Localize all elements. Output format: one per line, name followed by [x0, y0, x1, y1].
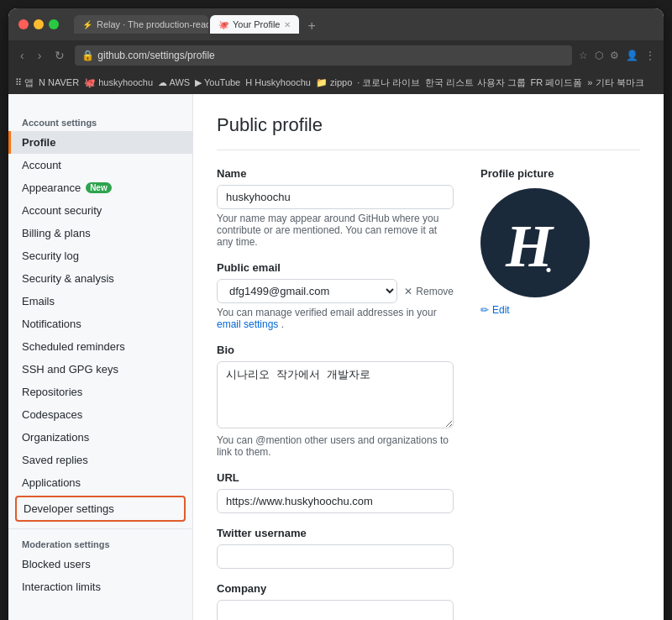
bookmark-korea[interactable]: 한국 리스트 사용자 그룹	[425, 76, 525, 89]
avatar-container: H .	[480, 188, 590, 297]
bookmark-huskyhoochu2[interactable]: H Huskyhoochu	[245, 77, 311, 87]
bookmark-huskyhoochu[interactable]: 🐙 huskyhoochu	[84, 77, 153, 88]
twitter-input[interactable]	[217, 544, 454, 569]
bio-input[interactable]: 시나리오 작가에서 개발자로	[217, 361, 454, 428]
sidebar-item-blocked-users[interactable]: Blocked users	[8, 553, 192, 575]
bio-hint: You can @mention other users and organiz…	[217, 434, 454, 458]
email-row: dfg1499@gmail.com ✕ Remove	[217, 279, 454, 303]
sidebar-item-appearance[interactable]: Appearance New	[8, 176, 192, 199]
sidebar-divider	[8, 528, 192, 529]
sidebar-item-profile[interactable]: Profile	[8, 131, 192, 154]
bookmark-corona[interactable]: · 코로나 라이브	[357, 76, 420, 89]
x-icon: ✕	[404, 286, 412, 297]
sidebar-item-organizations[interactable]: Organizations	[8, 426, 192, 449]
url-label: URL	[217, 471, 454, 484]
twitter-label: Twitter username	[217, 527, 454, 539]
settings-icon[interactable]: ⚙	[610, 50, 619, 61]
profile-icon[interactable]: 👤	[626, 50, 638, 61]
star-icon[interactable]: ☆	[579, 50, 588, 61]
email-group: Public email dfg1499@gmail.com ✕ Remove	[217, 261, 454, 330]
bookmark-apps[interactable]: ⠿ 앱	[15, 76, 34, 89]
page-title: Public profile	[217, 114, 640, 150]
sidebar-item-account-security[interactable]: Account security	[8, 199, 192, 222]
company-input[interactable]	[217, 600, 454, 620]
traffic-lights	[18, 19, 59, 29]
sidebar-section-moderation: Moderation settings	[8, 536, 192, 553]
menu-icon[interactable]: ⋮	[645, 50, 655, 61]
email-settings-link[interactable]: email settings	[217, 318, 278, 330]
bookmark-fr[interactable]: FR 페이드폼	[531, 76, 583, 89]
url-group: URL	[217, 471, 454, 513]
email-label: Public email	[217, 261, 454, 274]
minimize-dot[interactable]	[34, 19, 44, 29]
sidebar-item-applications[interactable]: Applications	[8, 471, 192, 494]
tab-relay[interactable]: ⚡ Relay · The production-ready ... ✕	[74, 15, 208, 34]
address-icons: ☆ ⬡ ⚙ 👤 ⋮	[579, 50, 655, 61]
bookmark-youtube[interactable]: ▶ YouTube	[195, 77, 240, 88]
main-content: Public profile Name Your name may appear…	[193, 94, 664, 620]
email-select[interactable]: dfg1499@gmail.com	[217, 279, 397, 303]
sidebar-item-interaction-limits[interactable]: Interaction limits	[8, 575, 192, 598]
company-group: Company You can @mention your company's …	[217, 582, 454, 620]
name-input[interactable]	[217, 185, 454, 209]
sidebar-item-notifications[interactable]: Notifications	[8, 313, 192, 335]
reload-button[interactable]: ↻	[51, 47, 68, 64]
bookmarks-bar: ⠿ 앱 N NAVER 🐙 huskyhoochu ☁ AWS ▶ YouTub…	[8, 71, 664, 94]
sidebar-item-security-analysis[interactable]: Security & analysis	[8, 267, 192, 290]
pencil-icon: ✏	[480, 304, 489, 316]
url-bar[interactable]: 🔒 github.com/settings/profile	[75, 45, 572, 66]
sidebar-item-account[interactable]: Account	[8, 154, 192, 176]
company-label: Company	[217, 582, 454, 595]
new-tab-button[interactable]: +	[301, 18, 322, 34]
bio-group: Bio 시나리오 작가에서 개발자로 You can @mention othe…	[217, 344, 454, 458]
twitter-group: Twitter username	[217, 527, 454, 569]
svg-text:.: .	[545, 248, 552, 278]
address-bar: ‹ › ↻ 🔒 github.com/settings/profile ☆ ⬡ …	[8, 40, 664, 71]
remove-email-button[interactable]: ✕ Remove	[404, 286, 454, 297]
sidebar-item-saved-replies[interactable]: Saved replies	[8, 449, 192, 471]
name-label: Name	[217, 167, 454, 180]
sidebar-item-ssh-gpg[interactable]: SSH and GPG keys	[8, 358, 192, 381]
extension-icon[interactable]: ⬡	[595, 50, 603, 61]
sidebar: Account settings Profile Account Appeara…	[8, 94, 193, 620]
profile-picture-label: Profile picture	[480, 167, 640, 180]
profile-grid: Name Your name may appear around GitHub …	[217, 167, 640, 620]
forward-button[interactable]: ›	[34, 47, 45, 64]
maximize-dot[interactable]	[49, 19, 59, 29]
avatar-svg: H .	[493, 201, 577, 285]
sidebar-item-billing[interactable]: Billing & plans	[8, 222, 192, 244]
name-group: Name Your name may appear around GitHub …	[217, 167, 454, 248]
sidebar-item-scheduled-reminders[interactable]: Scheduled reminders	[8, 335, 192, 358]
sidebar-item-developer-settings[interactable]: Developer settings	[15, 496, 186, 522]
bio-label: Bio	[217, 344, 454, 356]
tabs-bar: ⚡ Relay · The production-ready ... ✕ 🐙 Y…	[74, 15, 323, 34]
sidebar-section-account: Account settings	[8, 114, 192, 131]
back-button[interactable]: ‹	[17, 47, 28, 64]
email-hint: You can manage verified email addresses …	[217, 307, 454, 330]
profile-form: Name Your name may appear around GitHub …	[217, 167, 454, 620]
close-dot[interactable]	[18, 19, 29, 29]
sidebar-item-repositories[interactable]: Repositories	[8, 381, 192, 403]
url-input[interactable]	[217, 489, 454, 513]
sidebar-item-emails[interactable]: Emails	[8, 290, 192, 313]
content-area: Account settings Profile Account Appeara…	[8, 94, 664, 620]
profile-picture-panel: Profile picture H . ✏ Edit	[480, 167, 640, 620]
edit-avatar-button[interactable]: ✏ Edit	[480, 304, 510, 316]
bookmark-aws[interactable]: ☁ AWS	[158, 77, 190, 88]
bookmark-zippo[interactable]: 📁 zippo	[316, 77, 352, 88]
name-hint: Your name may appear around GitHub where…	[217, 213, 454, 248]
sidebar-item-security-log[interactable]: Security log	[8, 244, 192, 267]
sidebar-item-codespaces[interactable]: Codespaces	[8, 403, 192, 426]
title-bar: ⚡ Relay · The production-ready ... ✕ 🐙 Y…	[8, 8, 664, 40]
avatar: H .	[480, 188, 590, 297]
bookmark-naver[interactable]: N NAVER	[39, 77, 79, 87]
bookmark-more[interactable]: » 기타 북마크	[587, 76, 643, 89]
new-badge: New	[86, 182, 112, 193]
tab-close-profile[interactable]: ✕	[284, 20, 291, 29]
tab-profile[interactable]: 🐙 Your Profile ✕	[210, 15, 299, 34]
